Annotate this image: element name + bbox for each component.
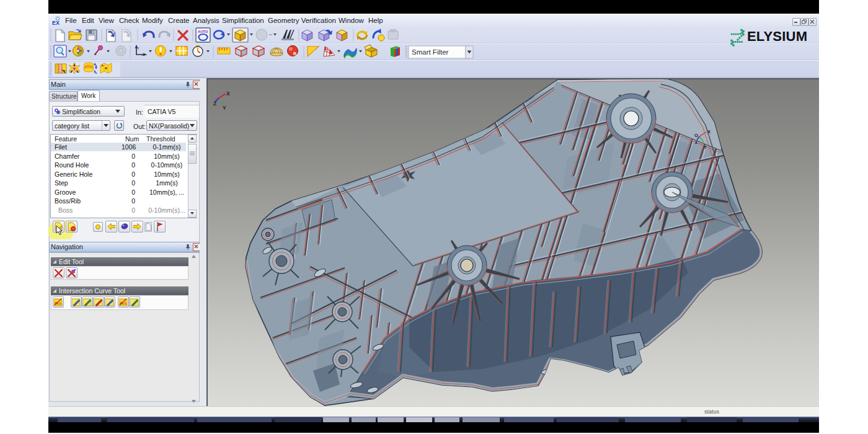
svg-text:Y: Y [704,144,707,150]
svg-text:x: x [141,53,143,56]
svg-text:z: z [695,140,698,145]
svg-text:Smart Filter: Smart Filter [412,48,449,56]
svg-text:R: R [293,51,296,56]
svg-text:Y: Y [223,105,226,111]
svg-text:Z: Z [213,100,216,107]
svg-text:AUTO: AUTO [198,30,208,33]
svg-text:X: X [226,91,230,97]
svg-text:O: O [694,133,698,138]
svg-text:X: X [707,129,711,135]
svg-text:Y: Y [137,46,140,50]
